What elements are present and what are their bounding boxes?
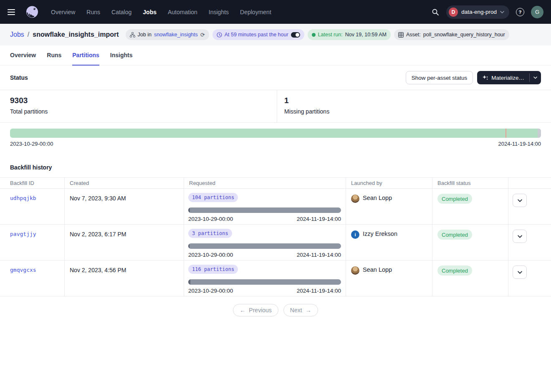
col-requested: Requested [184,178,346,188]
schedule-badge: At 59 minutes past the hour [212,29,304,40]
asset-grid-icon [398,32,404,38]
latest-run-link[interactable]: Nov 19, 10:59 AM [345,32,387,38]
range-start-label: 2023-10-29-00:00 [188,288,233,294]
next-label: Next [290,307,302,314]
arrow-right-icon: → [306,307,311,314]
missing-partition-tick [506,129,506,138]
show-per-asset-status-button[interactable]: Show per-asset status [406,71,473,84]
requested-range-segment [188,207,190,213]
tab-overview[interactable]: Overview [10,46,36,66]
tab-insights[interactable]: Insights [110,46,133,66]
schedule-label: At 59 minutes past the hour [225,32,288,38]
workspace-selector[interactable]: D data-eng-prod [446,5,509,19]
partition-count-tag[interactable]: 3 partitions [188,229,232,238]
range-end-label: 2024-11-19-14:00 [297,252,341,258]
breadcrumb-jobs-link[interactable]: Jobs [10,31,24,38]
nav-runs[interactable]: Runs [86,9,100,15]
dagster-logo-icon[interactable] [24,4,40,20]
created-timestamp: Nov 2, 2023, 6:17 PM [65,225,184,260]
partition-count-tag[interactable]: 116 partitions [188,265,238,274]
col-created: Created [65,178,184,188]
code-location-link[interactable]: snowflake_insights [154,32,198,38]
user-photo-avatar [351,195,359,203]
row-actions-button[interactable] [513,194,527,207]
job-location-badge: Job in snowflake_insights ⟳ [126,29,209,40]
table-row: gmqvgcxs Nov 2, 2023, 4:56 PM 116 partit… [0,260,551,296]
nav-jobs[interactable]: Jobs [143,9,157,15]
search-button[interactable] [429,5,442,19]
status-badge: Completed [437,194,472,204]
launched-by-name: Sean Lopp [363,195,392,201]
materialize-label: Materialize… [491,75,524,81]
row-actions-button[interactable] [513,230,527,243]
chevron-down-icon [500,11,504,13]
help-button[interactable]: ? [513,5,527,19]
tab-runs[interactable]: Runs [47,46,61,66]
chevron-down-icon [518,235,522,238]
status-section-header: Status Show per-asset status Materialize… [0,66,551,90]
topnav-right-cluster: D data-eng-prod ? G [429,5,543,19]
sparkle-icon [482,75,488,81]
user-initial-avatar: i [351,230,359,239]
previous-page-button[interactable]: ← Previous [233,304,278,316]
row-actions-button[interactable] [513,266,527,279]
nav-overview[interactable]: Overview [51,9,75,15]
asset-badge: Asset: poll_snowflake_query_history_hour [394,29,509,40]
requested-cell: 116 partitions 2023-10-29-00:00 2024-11-… [184,260,346,296]
range-end-label: 2024-11-19-14:00 [297,288,341,294]
created-timestamp: Nov 2, 2023, 4:56 PM [65,260,184,296]
materialize-dropdown-button[interactable] [530,71,541,84]
top-navigation-bar: Overview Runs Catalog Jobs Automation In… [0,0,551,24]
backfill-range-bar [188,243,341,249]
primary-nav: Overview Runs Catalog Jobs Automation In… [51,9,271,15]
backfill-id-link[interactable]: udhpqjkb [10,195,36,201]
partition-status-bar[interactable] [10,129,541,138]
partition-count-tag[interactable]: 104 partitions [188,193,238,202]
help-icon: ? [516,8,524,16]
latest-run-label: Latest run: [318,32,343,38]
arrow-left-icon: ← [240,307,245,314]
range-start-label: 2023-10-29-00:00 [188,252,233,258]
clock-icon [217,32,222,38]
missing-partitions-label: Missing partitions [284,108,329,115]
in-progress-partition-cap [538,129,541,138]
missing-partitions-stat: 1 Missing partitions [277,90,339,122]
user-avatar[interactable]: G [531,6,543,18]
materialize-button[interactable]: Materialize… [477,71,529,84]
refresh-icon[interactable]: ⟳ [200,32,205,38]
col-backfill-id: Backfill ID [0,178,65,188]
requested-range-segment [188,279,190,285]
col-backfill-status: Backfill status [432,178,508,188]
chevron-down-icon [533,76,537,79]
user-photo-avatar [351,266,359,275]
pagination: ← Previous Next → [0,296,551,316]
range-end-label: 2024-11-19-14:00 [297,216,341,222]
partition-stats: 9303 Total partitions 1 Missing partitio… [0,90,551,123]
asset-link[interactable]: poll_snowflake_query_history_hour [423,32,505,38]
nav-insights[interactable]: Insights [209,9,229,15]
backfill-history-heading: Backfill history [0,154,551,177]
next-page-button[interactable]: Next → [283,304,318,316]
timeline-end-label: 2024-11-19-14:00 [498,141,541,147]
backfill-id-link[interactable]: pavgtjjy [10,231,36,237]
nav-deployment[interactable]: Deployment [240,9,271,15]
created-timestamp: Nov 7, 2023, 9:30 AM [65,189,184,224]
hamburger-menu-icon[interactable] [8,6,20,18]
page-title: snowflake_insights_import [33,31,119,38]
col-launched-by: Launched by [346,178,432,188]
backfill-range-bar [188,207,341,213]
backfill-id-link[interactable]: gmqvgcxs [10,267,36,273]
backfill-range-bar [188,279,341,285]
schedule-toggle[interactable] [291,32,300,38]
status-heading: Status [10,74,28,81]
tab-partitions[interactable]: Partitions [72,46,99,66]
search-icon [432,8,439,16]
chevron-down-icon [518,271,522,274]
breadcrumb-bar: Jobs / snowflake_insights_import Job in … [0,24,551,46]
nav-catalog[interactable]: Catalog [111,9,131,15]
nav-automation[interactable]: Automation [168,9,197,15]
total-partitions-value: 9303 [10,96,267,105]
latest-run-badge: Latest run: Nov 19, 10:59 AM [308,29,391,40]
breadcrumb-separator: / [28,31,29,38]
sitemap-icon [130,32,135,38]
